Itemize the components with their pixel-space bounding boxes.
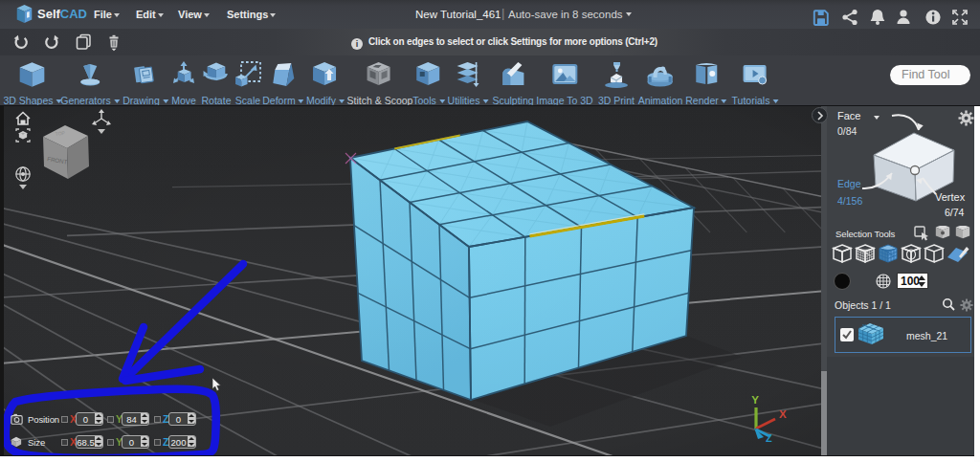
svg-text:Y: Y bbox=[751, 394, 759, 406]
svg-text:Z: Z bbox=[766, 432, 772, 444]
svg-text:X: X bbox=[779, 408, 787, 420]
